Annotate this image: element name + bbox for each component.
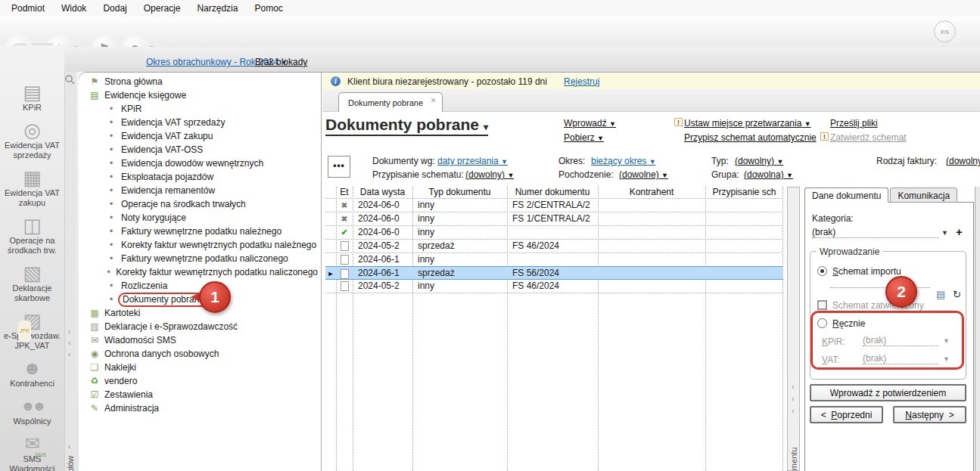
chevron-down-icon[interactable]: ▼ — [941, 229, 948, 237]
column-header[interactable]: Kontrahent — [598, 187, 705, 198]
module-item[interactable]: Operacje na środkach trw. — [0, 215, 64, 256]
module-item[interactable]: Kontrahenci — [0, 358, 64, 389]
tree-item[interactable]: Noty korygujące — [79, 211, 321, 225]
tree-item[interactable]: Operacje na środkach trwałych — [79, 197, 321, 211]
filter-pochodzenie[interactable]: (dowolne) ▼ — [619, 169, 668, 180]
filter-grupa[interactable]: (dowolna) ▼ — [744, 169, 793, 180]
insert-logo-button[interactable]: ins — [934, 20, 956, 42]
tree-item[interactable]: Administracja — [79, 401, 321, 415]
menu-item[interactable]: Podmiot — [3, 1, 53, 16]
table-row[interactable]: 2024-05-2 inny FS 46/2024 — [325, 280, 783, 293]
pobierz-menu-link[interactable]: Pobierz ▼ — [564, 132, 604, 143]
module-item[interactable]: SMS Wiadomości robocze — [0, 433, 64, 471]
filter-typ[interactable]: (dowolny) ▼ — [735, 156, 783, 166]
tab-dokumenty-pobrane[interactable]: Dokumenty pobrane × — [338, 92, 443, 112]
tree-item[interactable]: Ewidencje księgowe — [79, 88, 321, 102]
table-row[interactable]: 2024-06-0 inny FS 1/CENTRALA/2 — [325, 212, 783, 226]
cell-schema — [705, 267, 783, 280]
tree-item[interactable]: Ochrona danych osobowych — [79, 347, 321, 361]
module-item[interactable]: Ewidencja VAT zakupu — [0, 167, 64, 208]
list-icon[interactable]: ▤ — [936, 289, 945, 300]
filter-dokumenty-wg[interactable]: daty przesłania ▼ — [437, 156, 508, 166]
schemat-importu-radio[interactable] — [817, 266, 827, 276]
column-header[interactable]: Przypisanie sch — [705, 187, 783, 198]
tree-item[interactable]: Strona główna — [79, 75, 321, 88]
tree-item[interactable]: Korekty faktur wewnętrznych podatku nale… — [79, 238, 321, 252]
module-label: Wspólnicy — [0, 417, 64, 426]
tree-item[interactable]: Zestawienia — [79, 388, 321, 401]
tree-item[interactable]: Naklejki — [79, 361, 321, 374]
tree-item[interactable]: Wiadomości SMS — [79, 333, 321, 347]
chevron-down-icon: ▼ — [776, 158, 783, 166]
tree-item[interactable]: Ewidencja VAT zakupu — [79, 129, 321, 143]
wprowadz-z-potwierdzeniem-button[interactable]: Wprowadź z potwierdzeniem — [810, 384, 966, 401]
przeslij-pliki-link[interactable]: Prześlij pliki — [830, 118, 878, 129]
module-icon — [0, 82, 64, 103]
module-item[interactable]: KPiR — [0, 82, 64, 113]
info-icon: i — [331, 76, 341, 86]
ustaw-miejsce-link[interactable]: Ustaw miejsce przetwarzania ▼ — [684, 118, 811, 129]
tree-item-label: Kartoteki — [101, 306, 143, 320]
module-list-strip[interactable]: ‹ ‹ ‹ Lista modułów ‹ ‹ ‹ — [64, 72, 76, 471]
filter-rodzaj-faktury[interactable]: (dowolny) ▼ — [946, 156, 980, 166]
page-title[interactable]: Dokumenty pobrane ▾ — [325, 116, 488, 136]
refresh-icon[interactable]: ↻ — [953, 289, 961, 300]
lock-status-link[interactable]: Brak blokady — [255, 57, 307, 67]
tree-item[interactable]: Korekty faktur wewnętrznych podatku nali… — [79, 265, 321, 279]
menu-item[interactable]: Dodaj — [95, 1, 135, 16]
menu-item[interactable]: Widok — [53, 1, 95, 16]
schemat-zatwierdzony-checkbox[interactable] — [817, 300, 827, 310]
menu-item[interactable]: Operacje — [135, 1, 189, 16]
table-row[interactable]: 2024-06-1 sprzedaż FS 56/2024 — [325, 266, 783, 280]
tree-item[interactable]: Ewidencja remanentów — [79, 184, 321, 197]
nastepny-button[interactable]: Następny > — [893, 406, 966, 423]
document-preview-strip[interactable]: › › › dokumentu — [787, 187, 800, 471]
more-options-button[interactable]: ••• — [328, 156, 350, 178]
tree-item-label: Ewidencja remanentów — [118, 184, 218, 197]
detail-panel-tab[interactable]: Dane dokumentu — [804, 187, 888, 203]
module-item[interactable]: Wspólnicy — [0, 395, 64, 426]
tree-item[interactable]: Ewidencja dowodów wewnętrznych — [79, 156, 321, 170]
menu-item[interactable]: Pomoc — [246, 1, 291, 16]
module-item[interactable]: Deklaracje skarbowe — [0, 262, 64, 303]
tree-item[interactable]: Kartoteki — [79, 306, 321, 320]
table-row[interactable]: 2024-06-0 inny — [325, 226, 783, 240]
register-link[interactable]: Rejestruj — [564, 76, 599, 87]
cell-date: 2024-06-0 — [353, 212, 412, 225]
poprzedni-button[interactable]: < Poprzedni — [810, 406, 883, 423]
documents-table: EtData wystaTyp dokumentuNumer dokumentu… — [325, 187, 783, 471]
wprowadz-menu-link[interactable]: Wprowadź ▼ — [564, 118, 616, 129]
table-row[interactable]: 2024-05-2 sprzedaż FS 46/2024 — [325, 240, 783, 253]
tree-item[interactable]: Ewidencja VAT-OSS — [79, 143, 321, 156]
row-marker — [325, 199, 336, 212]
close-icon[interactable]: × — [431, 95, 436, 106]
marker-column-header — [325, 187, 336, 198]
tree-item[interactable]: vendero — [79, 374, 321, 388]
app-window: PodmiotWidokDodajOperacjeNarzędziaPomoc … — [0, 0, 980, 471]
tree-item[interactable]: Deklaracje i e-Sprawozdawczość — [79, 320, 321, 333]
module-item[interactable]: Ewidencja VAT sprzedaży — [0, 119, 64, 160]
cell-contractor — [598, 199, 705, 212]
tree-item[interactable]: Ewidencja VAT sprzedaży — [79, 116, 321, 129]
tree-item[interactable]: Faktury wewnętrzne podatku należnego — [79, 225, 321, 238]
search-icon[interactable] — [64, 74, 75, 85]
column-header[interactable]: Et — [336, 187, 353, 198]
filter-okres[interactable]: bieżący okres ▼ — [591, 156, 656, 166]
przypisz-schemat-link[interactable]: Przypisz schemat automatycznie — [684, 132, 817, 143]
column-header[interactable]: Data wysta — [353, 187, 412, 198]
zatwierdz-schemat-link[interactable]: Zatwierdź schemat — [830, 132, 907, 143]
column-header[interactable]: Typ dokumentu — [412, 187, 507, 198]
table-row[interactable]: 2024-06-0 inny FS 2/CENTRALA/2 — [325, 199, 783, 212]
tab-strip: Dokumenty pobrane × — [322, 89, 980, 112]
tree-item[interactable]: KPiR — [79, 102, 321, 116]
table-row[interactable]: 2024-06-1 inny — [325, 253, 783, 267]
filter-przypisanie[interactable]: (dowolny) ▼ — [465, 169, 514, 180]
tree-item[interactable]: Faktury wewnętrzne podatku naliczonego — [79, 252, 321, 265]
menu-item[interactable]: Narzędzia — [188, 1, 246, 16]
kategoria-dropdown[interactable]: (brak) — [812, 227, 939, 238]
tree-item[interactable]: Eksploatacja pojazdów — [79, 170, 321, 184]
module-item[interactable]: e-Sprawozdaw. JPK_VAT — [0, 310, 64, 351]
detail-panel-tab[interactable]: Komunikacja — [890, 187, 957, 203]
add-category-button[interactable]: + — [956, 225, 963, 238]
column-header[interactable]: Numer dokumentu — [507, 187, 598, 198]
